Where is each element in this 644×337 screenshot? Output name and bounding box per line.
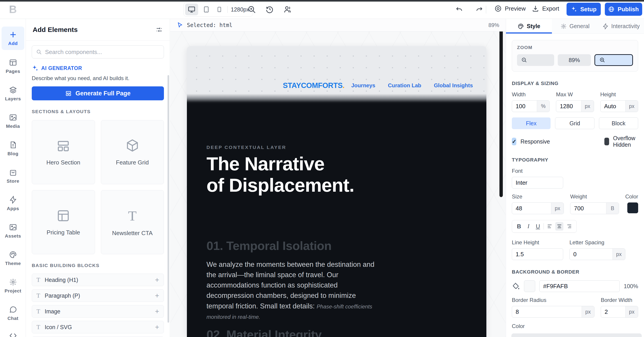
generate-full-page-button[interactable]: Generate Full Page bbox=[32, 86, 164, 100]
add-plus-icon[interactable]: + bbox=[155, 307, 159, 316]
sidebar-item-layers[interactable]: Layers bbox=[2, 82, 24, 105]
palette-icon bbox=[518, 23, 524, 29]
zoom-out-button[interactable] bbox=[517, 54, 554, 66]
site-logo[interactable]: STAYCOMFORTS. bbox=[283, 81, 344, 90]
text-color-swatch[interactable] bbox=[627, 202, 638, 213]
align-center-button[interactable] bbox=[555, 222, 564, 231]
design-canvas[interactable]: STAYCOMFORTS. Journeys Curation Lab Glob… bbox=[170, 31, 506, 337]
height-unit[interactable]: px bbox=[625, 101, 638, 112]
search-input[interactable] bbox=[45, 49, 160, 55]
tab-style[interactable]: Style bbox=[506, 19, 552, 33]
add-plus-icon[interactable]: + bbox=[155, 292, 159, 300]
zoom-control-card: ZOOM 89% bbox=[512, 40, 638, 71]
sidebar-item-store[interactable]: Store bbox=[2, 164, 24, 188]
bold-button[interactable]: B bbox=[515, 223, 523, 230]
align-right-icon bbox=[566, 223, 572, 229]
letter-spacing-input[interactable]: 0 px bbox=[570, 248, 625, 260]
background-hex-input[interactable]: #F9FAFB bbox=[539, 280, 620, 292]
component-search[interactable] bbox=[32, 45, 164, 58]
overflow-hidden-checkbox[interactable] bbox=[604, 138, 609, 145]
zoom-tool-button[interactable] bbox=[247, 5, 256, 14]
style-inspector-panel: Style General Interactivity ZOOM 89% bbox=[506, 19, 644, 337]
width-unit[interactable]: % bbox=[537, 101, 550, 112]
underline-button[interactable]: U bbox=[534, 223, 542, 230]
block-item-paragraph[interactable]: T Paragraph (P) + bbox=[32, 289, 164, 302]
basic-blocks-heading: BASIC BUILDING BLOCKS bbox=[32, 263, 164, 268]
zoom-in-button[interactable] bbox=[594, 54, 633, 66]
app-logo: B bbox=[9, 3, 17, 15]
block-item-icon-svg[interactable]: T Icon / SVG + bbox=[32, 321, 164, 334]
line-height-input[interactable]: 1.5 bbox=[512, 248, 563, 260]
weight-input[interactable]: 700 B bbox=[570, 202, 619, 214]
maxw-input[interactable]: 1280 px bbox=[556, 100, 594, 112]
desktop-view-button[interactable] bbox=[185, 3, 198, 15]
tablet-view-button[interactable] bbox=[201, 3, 211, 15]
export-button[interactable]: Export bbox=[532, 5, 559, 12]
publish-label: Publish bbox=[618, 6, 639, 13]
component-card-pricing-table[interactable]: Pricing Table bbox=[32, 190, 95, 254]
sidebar-item-blog[interactable]: Blog bbox=[2, 137, 24, 160]
font-input[interactable]: Inter bbox=[512, 177, 563, 189]
add-plus-icon[interactable]: + bbox=[155, 323, 159, 331]
background-color-swatch[interactable] bbox=[524, 280, 535, 292]
responsive-checkbox[interactable]: ✓ bbox=[512, 138, 516, 145]
page-preview[interactable]: STAYCOMFORTS. Journeys Curation Lab Glob… bbox=[187, 46, 486, 337]
italic-button[interactable]: I bbox=[525, 223, 532, 230]
size-unit[interactable]: px bbox=[551, 203, 564, 214]
border-radius-input[interactable]: 8 px bbox=[512, 306, 594, 318]
block-item-heading-h1[interactable]: T Heading (H1) + bbox=[32, 274, 164, 286]
sidebar-item-pages[interactable]: Pages bbox=[2, 54, 24, 78]
border-width-input[interactable]: 2 px bbox=[601, 306, 638, 318]
panel-scrollbar[interactable] bbox=[168, 75, 169, 323]
height-input[interactable]: Auto px bbox=[600, 100, 638, 112]
sidebar-item-code[interactable] bbox=[2, 329, 24, 337]
display-mode-grid[interactable]: Grid bbox=[555, 117, 594, 129]
history-clock-icon bbox=[265, 5, 274, 14]
redo-icon[interactable] bbox=[475, 5, 483, 13]
preview-button[interactable]: Preview bbox=[494, 5, 526, 12]
history-button[interactable] bbox=[265, 5, 274, 14]
filter-sliders-icon[interactable] bbox=[155, 26, 163, 33]
mobile-view-button[interactable] bbox=[214, 3, 224, 15]
size-label: Size bbox=[512, 193, 564, 200]
sidebar-item-chat[interactable]: Chat bbox=[2, 302, 24, 325]
sidebar-item-media[interactable]: Media bbox=[2, 109, 24, 133]
display-sizing-heading: DISPLAY & SIZING bbox=[512, 80, 638, 86]
selected-element-label: Selected: html bbox=[187, 22, 232, 28]
tab-general[interactable]: General bbox=[552, 19, 598, 33]
sidebar-item-apps[interactable]: Apps bbox=[2, 192, 24, 215]
publish-button[interactable]: Publish bbox=[605, 3, 642, 16]
nav-link-curation-lab[interactable]: Curation Lab bbox=[388, 82, 421, 89]
zoom-percent-display[interactable]: 89% bbox=[558, 54, 591, 66]
collaborators-button[interactable] bbox=[283, 5, 292, 14]
undo-icon[interactable] bbox=[455, 5, 464, 13]
align-left-button[interactable] bbox=[546, 222, 554, 231]
nav-link-journeys[interactable]: Journeys bbox=[351, 82, 375, 89]
add-plus-icon[interactable]: + bbox=[155, 276, 159, 284]
display-mode-block[interactable]: Block bbox=[599, 117, 638, 129]
sidebar-item-add[interactable]: Add bbox=[2, 26, 24, 50]
component-card-feature-grid[interactable]: Feature Grid bbox=[101, 120, 164, 184]
block-item-image[interactable]: T Image + bbox=[32, 305, 164, 318]
weight-unit[interactable]: B bbox=[606, 203, 619, 214]
tab-interactivity[interactable]: Interactivity bbox=[598, 19, 644, 33]
align-right-button[interactable] bbox=[565, 222, 573, 231]
width-label: Width bbox=[512, 91, 550, 98]
size-input[interactable]: 48 px bbox=[512, 202, 564, 214]
nav-link-global-insights[interactable]: Global Insights bbox=[434, 82, 473, 89]
component-card-hero-section[interactable]: Hero Section bbox=[32, 120, 95, 184]
component-card-newsletter-cta[interactable]: T Newsletter CTA bbox=[101, 190, 164, 254]
sidebar-item-assets[interactable]: Assets bbox=[2, 219, 24, 243]
border-radius-unit[interactable]: px bbox=[582, 306, 594, 318]
width-input[interactable]: 100 % bbox=[512, 100, 550, 112]
setup-button[interactable]: Setup bbox=[566, 3, 601, 16]
sidebar-item-project[interactable]: Project bbox=[2, 274, 24, 298]
canvas-scrollbar-thumb[interactable] bbox=[500, 31, 503, 197]
letter-spacing-unit[interactable]: px bbox=[612, 249, 625, 260]
maxw-unit[interactable]: px bbox=[581, 101, 594, 112]
display-mode-flex[interactable]: Flex bbox=[512, 117, 550, 129]
magnifier-plus-icon bbox=[247, 5, 256, 14]
sidebar-item-theme[interactable]: Theme bbox=[2, 247, 24, 270]
plus-icon bbox=[9, 30, 17, 39]
border-width-unit[interactable]: px bbox=[625, 306, 638, 318]
